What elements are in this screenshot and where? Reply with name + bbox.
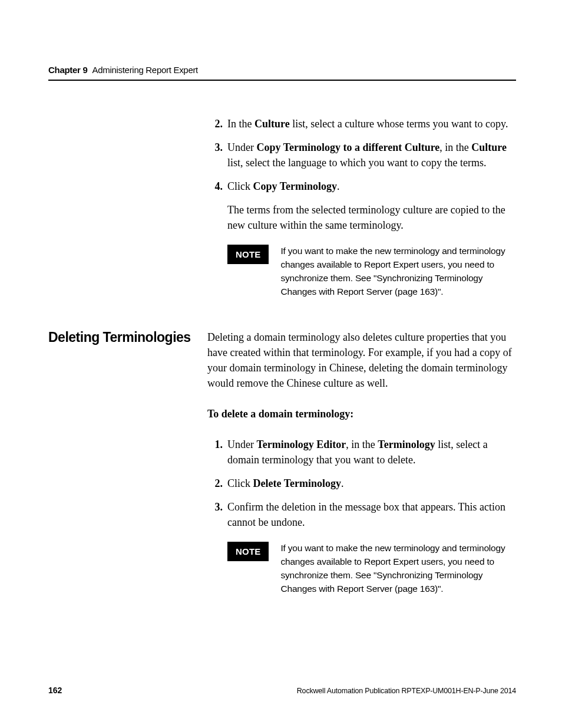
section-2: Deleting Terminologies Deleting a domain…: [48, 330, 516, 609]
note-block-1: NOTE If you want to make the new termino…: [207, 244, 516, 299]
publication-info: Rockwell Automation Publication RPTEXP-U…: [297, 687, 516, 695]
step-list-2: Under Terminology Editor, in the Termino…: [207, 437, 516, 530]
step-list: In the Culture list, select a culture wh…: [207, 116, 516, 194]
page-header: Chapter 9Administering Report Expert: [48, 65, 516, 81]
note-badge: NOTE: [227, 542, 269, 562]
step-2: Click Delete Terminology.: [207, 476, 516, 491]
section-intro: Deleting a domain terminology also delet…: [207, 330, 516, 391]
chapter-number: Chapter 9: [48, 65, 88, 75]
note-badge: NOTE: [227, 245, 269, 265]
section-heading: Deleting Terminologies: [48, 330, 207, 345]
note-block-2: NOTE If you want to make the new termino…: [207, 541, 516, 596]
step-3: Confirm the deletion in the message box …: [207, 499, 516, 530]
page-number: 162: [48, 686, 62, 695]
note-text: If you want to make the new terminology …: [280, 244, 516, 299]
step-3: Under Copy Terminology to a different Cu…: [207, 140, 516, 170]
chapter-title: Administering Report Expert: [92, 65, 198, 75]
step-4-result: The terms from the selected terminology …: [207, 202, 516, 233]
page-footer: 162 Rockwell Automation Publication RPTE…: [48, 686, 516, 695]
procedure-heading: To delete a domain terminology:: [207, 406, 516, 421]
step-1: Under Terminology Editor, in the Termino…: [207, 437, 516, 467]
section-1: In the Culture list, select a culture wh…: [48, 116, 516, 312]
step-2: In the Culture list, select a culture wh…: [207, 116, 516, 131]
note-text: If you want to make the new terminology …: [280, 541, 516, 596]
step-4: Click Copy Terminology.: [207, 179, 516, 194]
